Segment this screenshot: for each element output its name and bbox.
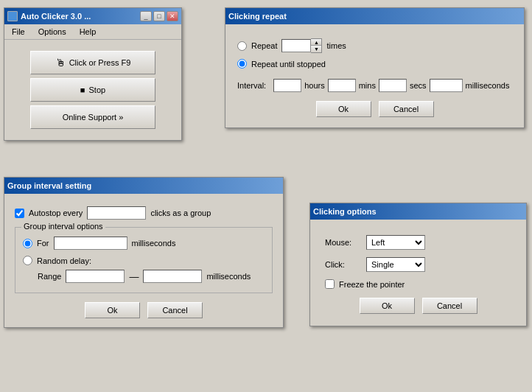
groupinterval-title-bar: Group interval setting [4, 178, 283, 194]
random-label: Random delay: [37, 256, 91, 265]
mins-label: mins [359, 81, 376, 90]
autostop-suffix: clicks as a group [150, 209, 211, 217]
clickrepeat-window: Clicking repeat Repeat 1 ▲ ▼ times Repea… [225, 7, 525, 128]
click-row: Click: Single Double Triple [325, 257, 511, 272]
clickrepeat-cancel-button[interactable]: Cancel [379, 101, 434, 117]
stop-button[interactable]: ■ Stop [30, 78, 155, 102]
minimize-button[interactable]: _ [140, 11, 152, 21]
clickoptions-buttons: Ok Cancel [325, 298, 511, 314]
autostop-checkbox[interactable] [15, 209, 24, 218]
freeze-label: Freeze the pointer [339, 280, 405, 289]
range-from-input[interactable]: 10 [66, 270, 125, 283]
range-dash: — [129, 271, 139, 282]
hours-input[interactable]: 0 [273, 79, 301, 92]
repeat-arrows: ▲ ▼ [311, 38, 322, 53]
clickoptions-content: Mouse: Left Right Middle Click: Single D… [310, 220, 526, 326]
freeze-checkbox[interactable] [325, 279, 335, 289]
range-label: Range [38, 272, 61, 281]
random-row: Random delay: [23, 256, 265, 265]
repeat-label: Repeat [251, 41, 277, 50]
for-value-input[interactable]: 100 [54, 237, 127, 250]
clickoptions-window: Clicking options Mouse: Left Right Middl… [309, 203, 527, 326]
autoclicker-title: Auto Clicker 3.0 ... [7, 11, 91, 21]
menu-bar: File Options Help [4, 24, 181, 40]
group-interval-options-box: Group interval options For 100 milliseco… [15, 227, 273, 293]
secs-label: secs [410, 81, 427, 90]
autostop-row: Autostop every 2 clicks as a group [15, 206, 273, 220]
repeat-spinner: 1 ▲ ▼ [281, 38, 322, 53]
freeze-row: Freeze the pointer [325, 279, 511, 289]
title-bar-controls: _ □ ✕ [140, 11, 178, 21]
support-button[interactable]: Online Support » [30, 105, 155, 129]
click-select[interactable]: Single Double Triple [366, 257, 425, 272]
clickrepeat-title-bar: Clicking repeat [225, 8, 524, 24]
clickrepeat-title: Clicking repeat [228, 12, 287, 21]
groupinterval-window: Group interval setting Autostop every 2 … [4, 177, 284, 328]
clickoptions-title: Clicking options [313, 207, 377, 216]
click-label: Click: [325, 260, 362, 269]
groupinterval-title: Group interval setting [7, 181, 91, 190]
interval-row: Interval: 0 hours 0 mins 0 secs 100 mill… [237, 79, 512, 92]
menu-help[interactable]: Help [75, 26, 101, 38]
menu-file[interactable]: File [7, 26, 29, 38]
repeat-until-radio[interactable] [237, 59, 247, 69]
secs-input[interactable]: 0 [379, 79, 407, 92]
clickoptions-cancel-button[interactable]: Cancel [422, 298, 477, 314]
repeat-times-radio[interactable] [237, 41, 247, 51]
stop-icon: ■ [80, 85, 85, 94]
ms-input[interactable]: 100 [430, 79, 463, 92]
autoclicker-window: Auto Clicker 3.0 ... _ □ ✕ File Options … [4, 7, 182, 141]
repeat-unit: times [326, 41, 346, 50]
for-unit: milliseconds [132, 239, 176, 248]
repeat-until-row: Repeat until stopped [237, 59, 512, 69]
range-unit: milliseconds [206, 272, 251, 281]
autostop-label: Autostop every [29, 209, 83, 217]
click-button[interactable]: 🖱 Click or Press F9 [30, 51, 155, 74]
for-radio[interactable] [23, 239, 32, 248]
autostop-value-input[interactable]: 2 [87, 206, 146, 220]
menu-options[interactable]: Options [34, 26, 71, 38]
autoclicker-title-bar: Auto Clicker 3.0 ... _ □ ✕ [4, 8, 181, 24]
groupinterval-buttons: Ok Cancel [15, 302, 273, 318]
hours-label: hours [304, 81, 325, 90]
repeat-up-button[interactable]: ▲ [311, 39, 321, 46]
repeat-until-label: Repeat until stopped [251, 60, 326, 69]
maximize-button[interactable]: □ [153, 11, 165, 21]
clickrepeat-buttons: Ok Cancel [237, 101, 512, 117]
clickoptions-title-bar: Clicking options [310, 203, 526, 220]
mouse-icon: 🖱 [55, 57, 66, 69]
group-options-label: Group interval options [21, 222, 105, 231]
interval-label: Interval: [237, 81, 266, 90]
clickoptions-ok-button[interactable]: Ok [360, 298, 415, 314]
mouse-select[interactable]: Left Right Middle [366, 235, 425, 250]
groupinterval-content: Autostop every 2 clicks as a group Group… [4, 194, 283, 327]
mouse-row: Mouse: Left Right Middle [325, 235, 511, 250]
clickrepeat-ok-button[interactable]: Ok [316, 101, 371, 117]
ms-label: milliseconds [466, 81, 510, 90]
repeat-down-button[interactable]: ▼ [311, 46, 321, 52]
for-label: For [37, 239, 49, 248]
range-row: Range 10 — 500 milliseconds [38, 270, 265, 283]
app-icon [7, 11, 18, 21]
range-to-input[interactable]: 500 [143, 270, 202, 283]
groupinterval-ok-button[interactable]: Ok [85, 302, 140, 318]
autoclicker-content: 🖱 Click or Press F9 ■ Stop Online Suppor… [4, 40, 181, 140]
mins-input[interactable]: 0 [328, 79, 356, 92]
groupinterval-cancel-button[interactable]: Cancel [147, 302, 203, 318]
repeat-row: Repeat 1 ▲ ▼ times [237, 38, 512, 53]
random-radio[interactable] [23, 256, 32, 265]
clickrepeat-content: Repeat 1 ▲ ▼ times Repeat until stopped … [225, 24, 524, 127]
for-row: For 100 milliseconds [23, 237, 265, 250]
close-button[interactable]: ✕ [167, 11, 178, 21]
repeat-value-input[interactable]: 1 [281, 39, 311, 52]
mouse-label: Mouse: [325, 238, 362, 247]
